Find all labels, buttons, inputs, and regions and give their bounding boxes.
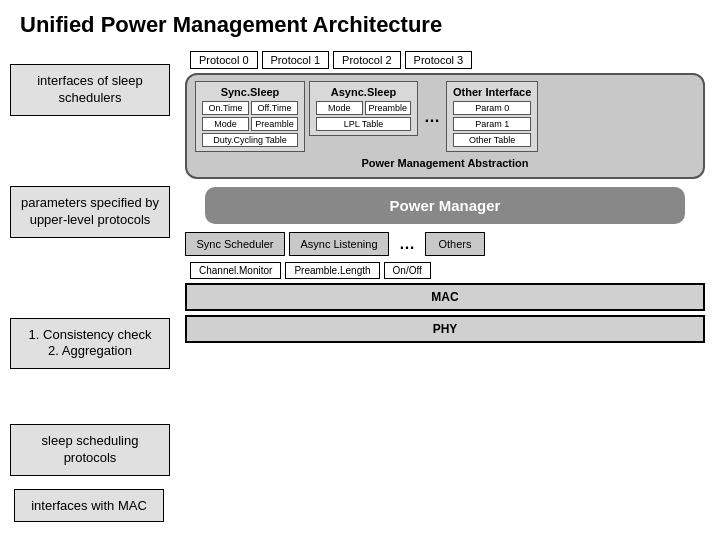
protocol-row: Protocol 0 Protocol 1 Protocol 2 Protoco… <box>190 51 705 69</box>
scheduler-row: Sync Scheduler Async Listening … Others <box>185 232 705 256</box>
other-interface-group: Other Interface Param 0 Param 1 Other Ta… <box>446 81 538 152</box>
sync-sleep-group: Sync.Sleep On.Time Off.Time Mode Preambl… <box>195 81 305 152</box>
label-upper-level: parameters specified by upper-level prot… <box>10 186 170 238</box>
mode-cell-async: Mode <box>316 101 363 115</box>
on-time-cell: On.Time <box>202 101 249 115</box>
channel-monitor-box: Channel.Monitor <box>190 262 281 279</box>
other-table-cell: Other Table <box>453 133 531 147</box>
sync-sleep-title: Sync.Sleep <box>202 86 298 98</box>
lpl-table: LPL Table <box>316 117 411 131</box>
async-listening-box: Async Listening <box>289 232 389 256</box>
channel-row: Channel.Monitor Preamble.Length On/Off <box>190 262 705 279</box>
page-title: Unified Power Management Architecture <box>0 0 720 46</box>
dots-separator: … <box>418 108 446 126</box>
async-sleep-group: Async.Sleep Mode Preamble LPL Table <box>309 81 418 136</box>
duty-cycling-table: Duty.Cycling Table <box>202 133 298 147</box>
param1-cell: Param 1 <box>453 117 531 131</box>
pma-container: Sync.Sleep On.Time Off.Time Mode Preambl… <box>185 73 705 179</box>
async-sleep-title: Async.Sleep <box>316 86 411 98</box>
label-consistency: 1. Consistency check 2. Aggregation <box>10 318 170 370</box>
protocol-3: Protocol 3 <box>405 51 473 69</box>
mac-box: MAC <box>185 283 705 311</box>
preamble-cell-async: Preamble <box>365 101 412 115</box>
off-time-cell: Mode <box>202 117 249 131</box>
mode-cell-sync: Off.Time <box>251 101 298 115</box>
preamble-cell-sync: Preamble <box>251 117 298 131</box>
sync-scheduler-box: Sync Scheduler <box>185 232 285 256</box>
others-box: Others <box>425 232 485 256</box>
dots-scheduler: … <box>393 235 421 253</box>
mac-phy-area: Channel.Monitor Preamble.Length On/Off M… <box>185 262 705 343</box>
label-mac-interfaces: interfaces with MAC <box>14 489 164 522</box>
protocol-1: Protocol 1 <box>262 51 330 69</box>
other-interface-title: Other Interface <box>453 86 531 98</box>
label-sleep-protocols: sleep scheduling protocols <box>10 424 170 476</box>
power-manager-box: Power Manager <box>205 187 685 224</box>
pma-label: Power Management Abstraction <box>195 157 695 169</box>
label-sleep-schedulers: interfaces of sleep schedulers <box>10 64 170 116</box>
param0-cell: Param 0 <box>453 101 531 115</box>
protocol-0: Protocol 0 <box>190 51 258 69</box>
on-off-box: On/Off <box>384 262 431 279</box>
preamble-length-box: Preamble.Length <box>285 262 379 279</box>
protocol-2: Protocol 2 <box>333 51 401 69</box>
phy-box: PHY <box>185 315 705 343</box>
